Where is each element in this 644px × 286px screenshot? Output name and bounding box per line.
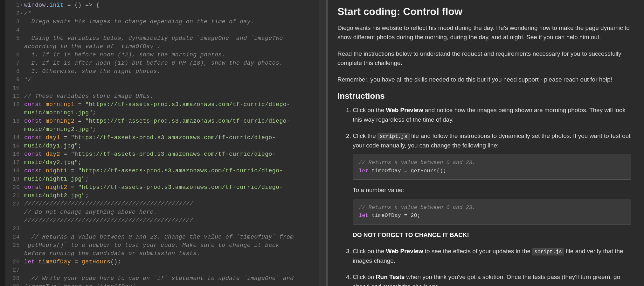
line-number: 11 [5, 92, 20, 100]
instruction-step: Click the script.js file and follow the … [353, 131, 631, 240]
line-number: 18 [5, 167, 20, 175]
instructions-list: Click on the Web Preview and notice how … [337, 105, 631, 286]
warning-text: DO NOT FORGET TO CHANGE IT BACK! [353, 232, 469, 238]
code-line[interactable] [24, 26, 319, 34]
code-line[interactable]: const morning2 = "https://tf-assets-prod… [24, 117, 319, 133]
script-file-code: script.js [377, 133, 409, 140]
intro-paragraph: Remember, you have all the skills needed… [337, 75, 631, 84]
code-line[interactable]: const night2 = "https://tf-assets-prod.s… [24, 183, 319, 200]
code-line[interactable]: ////////////////////////////////////////… [24, 216, 319, 225]
web-preview-label: Web Preview [386, 248, 423, 254]
code-line[interactable]: 3. Otherwise, show the night photos. [24, 67, 319, 75]
fold-icon[interactable]: ▾ [20, 1, 23, 9]
code-line[interactable]: ////////////////////////////////////////… [24, 200, 319, 208]
run-tests-label: Run Tests [376, 274, 405, 280]
code-line[interactable]: */ [24, 75, 319, 84]
code-line[interactable]: Diego wants his images to change dependi… [24, 18, 319, 26]
code-line[interactable]: 2. If it is after noon (12) but before 6… [24, 59, 319, 67]
code-line[interactable]: ▾window.init = () => { [24, 1, 319, 9]
instructions-panel[interactable]: Start coding: Control flow Diego wants h… [328, 0, 644, 286]
code-content[interactable]: ▾window.init = () => { ▾/* Diego wants h… [23, 0, 319, 286]
line-number: 23 [5, 225, 20, 233]
code-line[interactable] [24, 225, 319, 233]
line-number: 3 [5, 18, 20, 26]
code-line[interactable]: const day1 = "https://tf-assets-prod.s3.… [24, 133, 319, 150]
code-line[interactable]: // Returns a value between 0 and 23. Cha… [24, 233, 319, 258]
code-line[interactable]: // Write your code here to use an `if` s… [24, 274, 319, 286]
web-preview-label: Web Preview [386, 107, 423, 113]
instruction-step: Click on the Web Preview to see the effe… [353, 247, 631, 265]
line-number: 16 [5, 150, 20, 158]
line-number: 20 [5, 183, 20, 191]
line-number: 9 [5, 75, 20, 84]
code-line[interactable]: // Do not change anything above here. [24, 208, 319, 216]
code-line[interactable]: Using the variables below, dynamically u… [24, 34, 319, 51]
code-line[interactable]: // These variables store image URLs. [24, 92, 319, 100]
editor-scrollbar[interactable] [319, 0, 326, 286]
line-number: 24 [5, 233, 20, 241]
code-editor[interactable]: 1 2 3 4 5 6 7 8 9 10 11 12 13 14 15 16 1… [5, 0, 319, 286]
code-block: // Returns a value between 0 and 23. let… [353, 154, 631, 180]
instruction-step: Click on Run Tests when you think you've… [353, 272, 631, 286]
code-line[interactable]: 1. If it is before noon (12), show the m… [24, 51, 319, 59]
line-number: 28 [5, 274, 20, 282]
code-line[interactable]: let timeOfDay = getHours(); [24, 258, 319, 266]
line-number: 8 [5, 67, 20, 75]
line-number: 4 [5, 26, 20, 34]
line-number: 10 [5, 84, 20, 92]
step-subtext: To a number value: [353, 185, 631, 195]
intro-paragraph: Read the instructions below to understan… [337, 49, 631, 68]
line-number-gutter: 1 2 3 4 5 6 7 8 9 10 11 12 13 14 15 16 1… [5, 0, 23, 286]
line-number: 29 [5, 282, 20, 286]
code-line[interactable]: const night1 = "https://tf-assets-prod.s… [24, 167, 319, 183]
instruction-step: Click on the Web Preview and notice how … [353, 105, 631, 124]
line-number: 25 [5, 241, 20, 258]
line-number: 21 [5, 191, 20, 200]
line-number: 7 [5, 59, 20, 67]
code-line[interactable]: ▾/* [24, 9, 319, 18]
code-line[interactable] [24, 266, 319, 274]
line-number: 6 [5, 51, 20, 59]
code-block: // Returns a value between 0 and 23. let… [353, 199, 631, 225]
line-number: 17 [5, 158, 20, 167]
code-line[interactable]: const day2 = "https://tf-assets-prod.s3.… [24, 150, 319, 167]
line-number: 26 [5, 258, 20, 266]
line-number: 1 [5, 1, 20, 9]
page-title: Start coding: Control flow [337, 6, 631, 18]
intro-paragraph: Diego wants his website to reflect his m… [337, 23, 631, 42]
fold-icon[interactable]: ▾ [20, 9, 23, 18]
line-number: 5 [5, 34, 20, 51]
line-number: 19 [5, 175, 20, 183]
line-number: 14 [5, 133, 20, 142]
line-number: 27 [5, 266, 20, 274]
instructions-heading: Instructions [337, 91, 631, 101]
line-number: 13 [5, 117, 20, 133]
line-number: 15 [5, 142, 20, 150]
editor-left-gutter [0, 0, 5, 286]
code-line[interactable] [24, 84, 319, 92]
code-line[interactable]: const morning1 = "https://tf-assets-prod… [24, 100, 319, 117]
line-number: 12 [5, 100, 20, 117]
line-number: 2 [5, 9, 20, 18]
script-file-code: script.js [532, 248, 564, 255]
line-number: 22 [5, 200, 20, 225]
